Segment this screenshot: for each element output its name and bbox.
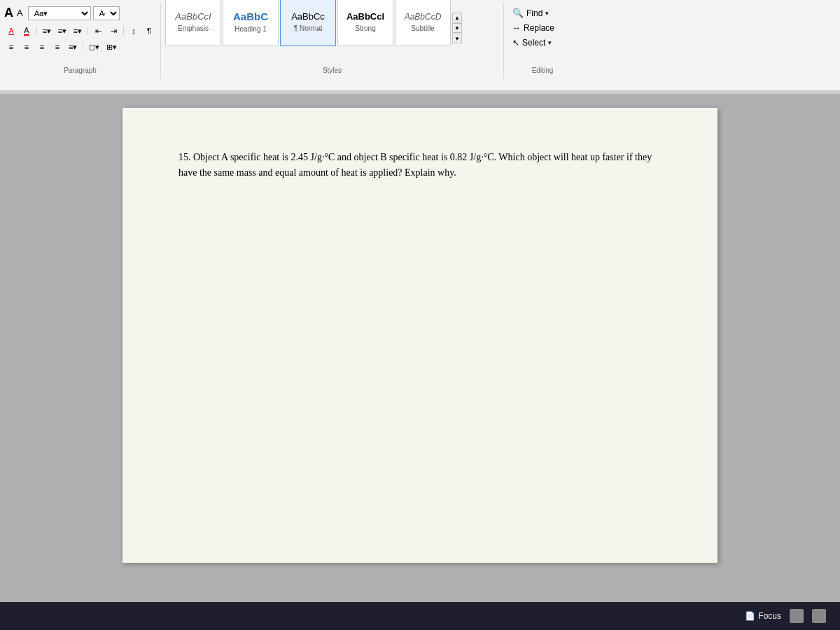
document-page[interactable]: 15. Object A specific heat is 2.45 J/g·°…	[122, 108, 718, 563]
view-icon-2[interactable]	[812, 609, 826, 623]
paragraph-label: Paragraph	[0, 66, 160, 74]
sort-btn[interactable]: ↕	[127, 24, 141, 38]
focus-icon: 📄	[745, 611, 755, 621]
find-icon: 🔍	[512, 8, 524, 18]
styles-scroll-controls: ▲ ▼ ▼	[452, 13, 462, 43]
subtitle-preview: AaBbCcD	[405, 12, 442, 22]
focus-label: Focus	[758, 611, 781, 621]
font-small-a: A	[17, 8, 23, 18]
alignment-row: ≡ ≡ ≡ ≡ ≡▾ ◻▾ ⊞▾	[4, 40, 156, 54]
subtitle-name: Subtitle	[405, 24, 442, 32]
styles-section: AaBbCcI Emphasis AaBbC Heading 1 AaBbCc …	[161, 3, 504, 78]
style-normal[interactable]: AaBbCc ¶ Normal	[280, 0, 336, 46]
divider-3	[123, 27, 124, 35]
underline-button[interactable]: A	[4, 24, 18, 38]
emphasis-name: Emphasis	[175, 24, 211, 32]
font-size-dropdown[interactable]: Ao	[93, 6, 120, 20]
font-row-1: A A Aa▾ Ao	[4, 6, 156, 20]
divider-2	[88, 27, 88, 35]
select-icon: ↖	[512, 38, 519, 48]
font-section: A A Aa▾ Ao A A ≡▾ ≡▾ ≡▾	[0, 3, 161, 78]
scroll-up-arrow[interactable]: ▲	[452, 13, 462, 22]
document-content[interactable]: 15. Object A specific heat is 2.45 J/g·°…	[178, 150, 662, 181]
select-label: Select	[522, 38, 545, 48]
style-subtitle[interactable]: AaBbCcD Subtitle	[395, 0, 451, 46]
style-heading1[interactable]: AaBbC Heading 1	[223, 0, 279, 46]
font-large-a: A	[4, 6, 13, 20]
strong-name: Strong	[346, 24, 384, 32]
emphasis-preview: AaBbCcI	[175, 11, 211, 22]
heading1-preview: AaBbC	[233, 10, 268, 22]
find-dropdown-icon: ▾	[545, 10, 549, 17]
borders-btn[interactable]: ⊞▾	[104, 40, 120, 54]
document-wrapper: 15. Object A specific heat is 2.45 J/g·°…	[0, 94, 840, 605]
styles-label: Styles	[161, 66, 503, 74]
list-bullets-btn[interactable]: ≡▾	[40, 24, 54, 38]
divider-4	[83, 43, 83, 51]
view-icon-1[interactable]	[790, 609, 804, 623]
strong-preview: AaBbCcI	[346, 11, 384, 22]
replace-button[interactable]: ↔ Replace	[508, 21, 577, 35]
replace-label: Replace	[524, 23, 554, 33]
align-left-btn[interactable]: ≡	[4, 40, 18, 54]
justify-btn[interactable]: ≡	[50, 40, 64, 54]
scroll-down-arrow[interactable]: ▼	[452, 23, 462, 33]
style-emphasis[interactable]: AaBbCcI Emphasis	[165, 0, 221, 46]
select-dropdown-icon: ▾	[548, 39, 552, 46]
find-label: Find	[526, 8, 542, 18]
focus-button[interactable]: 📄 Focus	[745, 611, 781, 621]
select-button[interactable]: ↖ Select ▾	[508, 36, 577, 50]
show-formatting-btn[interactable]: ¶	[142, 24, 156, 38]
style-strong[interactable]: AaBbCcI Strong	[337, 0, 393, 46]
normal-name: ¶ Normal	[291, 24, 325, 32]
editing-section: 🔍 Find ▾ ↔ Replace ↖ Select ▾ Editing	[504, 3, 581, 78]
styles-gallery: AaBbCcI Emphasis AaBbC Heading 1 AaBbCc …	[165, 6, 451, 50]
find-button[interactable]: 🔍 Find ▾	[508, 6, 577, 20]
line-spacing-btn[interactable]: ≡▾	[66, 40, 80, 54]
styles-gallery-wrapper: AaBbCcI Emphasis AaBbC Heading 1 AaBbCc …	[165, 6, 499, 63]
editing-group: 🔍 Find ▾ ↔ Replace ↖ Select ▾	[508, 6, 577, 62]
editing-label: Editing	[504, 66, 581, 74]
font-color-button[interactable]: A	[20, 24, 34, 38]
font-family-dropdown[interactable]: Aa▾	[28, 6, 91, 20]
indent-increase-btn[interactable]: ⇥	[106, 24, 120, 38]
align-center-btn[interactable]: ≡	[20, 40, 34, 54]
ribbon: A A Aa▾ Ao A A ≡▾ ≡▾ ≡▾	[0, 0, 840, 91]
divider-1	[36, 27, 37, 35]
replace-icon: ↔	[512, 23, 521, 33]
status-bar: 📄 Focus	[0, 602, 840, 630]
normal-preview: AaBbCc	[291, 11, 325, 22]
scroll-more-arrow[interactable]: ▼	[452, 34, 462, 43]
heading1-name: Heading 1	[233, 25, 268, 33]
font-format-row: A A ≡▾ ≡▾ ≡▾ ⇤ ⇥ ↕ ¶	[4, 24, 156, 38]
shading-btn[interactable]: ◻▾	[86, 40, 102, 54]
indent-decrease-btn[interactable]: ⇤	[91, 24, 105, 38]
align-right-btn[interactable]: ≡	[35, 40, 49, 54]
list-multi-btn[interactable]: ≡▾	[71, 24, 85, 38]
list-numbered-btn[interactable]: ≡▾	[55, 24, 69, 38]
